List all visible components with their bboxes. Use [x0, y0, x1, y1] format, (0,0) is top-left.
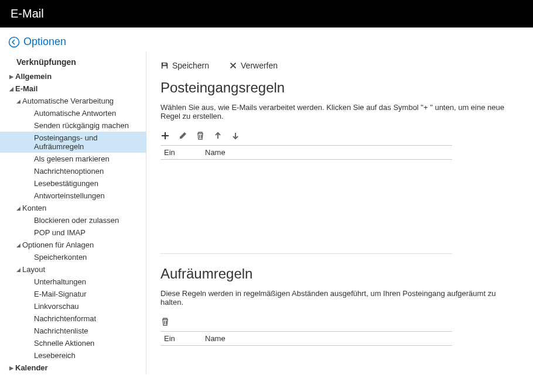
sidebar: Verknüpfungen ▶Allgemein ◢E-Mail ◢Automa…: [0, 51, 146, 374]
sidebar-item-posteingangs-regeln[interactable]: Posteingangs- und Aufräumregeln: [0, 132, 146, 153]
move-up-icon[interactable]: [213, 131, 223, 140]
delete-icon[interactable]: [160, 317, 170, 326]
options-back-link[interactable]: Optionen: [0, 27, 533, 51]
sidebar-item-schnelle-aktionen[interactable]: Schnelle Aktionen: [0, 337, 146, 349]
sidebar-item-als-gelesen[interactable]: Als gelesen markieren: [0, 153, 146, 165]
caret-down-icon: ◢: [16, 205, 22, 211]
sidebar-item-nachrichtenoptionen[interactable]: Nachrichtenoptionen: [0, 165, 146, 177]
app-header: E-Mail: [0, 0, 533, 27]
cleanup-rules-desc: Diese Regeln werden in regelmäßigen Abst…: [160, 289, 519, 307]
sidebar-item-nachrichtenliste[interactable]: Nachrichtenliste: [0, 325, 146, 337]
col-name: Name: [201, 146, 452, 160]
sidebar-item-kalender[interactable]: ▶Kalender: [0, 362, 146, 374]
cleanup-rules-toolbar: [160, 317, 519, 326]
app-title: E-Mail: [11, 7, 44, 20]
main-content: Speichern Verwerfen Posteingangsregeln W…: [146, 51, 533, 374]
sidebar-title: Verknüpfungen: [0, 55, 146, 70]
sidebar-item-konten[interactable]: ◢Konten: [0, 202, 146, 214]
section-divider: [160, 253, 452, 254]
sidebar-item-nachrichtenformat[interactable]: Nachrichtenformat: [0, 312, 146, 325]
options-label: Optionen: [23, 36, 66, 48]
sidebar-item-email[interactable]: ◢E-Mail: [0, 82, 146, 95]
col-ein: Ein: [160, 146, 201, 160]
inbox-rules-desc: Wählen Sie aus, wie E-Mails verarbeitet …: [160, 103, 519, 121]
cleanup-rules-table: Ein Name: [160, 331, 452, 346]
caret-down-icon: ◢: [16, 267, 22, 273]
caret-down-icon: ◢: [16, 98, 22, 104]
close-icon: [229, 61, 237, 70]
sidebar-item-unterhaltungen[interactable]: Unterhaltungen: [0, 276, 146, 288]
sidebar-item-layout[interactable]: ◢Layout: [0, 263, 146, 276]
col-ein: Ein: [160, 332, 201, 346]
sidebar-item-pop-imap[interactable]: POP und IMAP: [0, 226, 146, 239]
inbox-rules-toolbar: [160, 131, 519, 140]
inbox-rules-table: Ein Name: [160, 145, 452, 160]
sidebar-item-allgemein[interactable]: ▶Allgemein: [0, 70, 146, 82]
caret-down-icon: ◢: [9, 86, 15, 92]
save-button[interactable]: Speichern: [160, 61, 209, 70]
add-icon[interactable]: [160, 131, 170, 140]
discard-button[interactable]: Verwerfen: [229, 61, 278, 70]
caret-right-icon: ▶: [9, 74, 15, 80]
sidebar-item-senden-ruckgangig[interactable]: Senden rückgängig machen: [0, 119, 146, 132]
sidebar-item-speicherkonten[interactable]: Speicherkonten: [0, 251, 146, 263]
edit-icon[interactable]: [178, 131, 187, 140]
sidebar-item-antworteinstellungen[interactable]: Antworteinstellungen: [0, 190, 146, 202]
toolbar: Speichern Verwerfen: [160, 59, 519, 80]
sidebar-item-lesebereich[interactable]: Lesebereich: [0, 349, 146, 362]
delete-icon[interactable]: [196, 131, 205, 140]
sidebar-item-auto-verarbeitung[interactable]: ◢Automatische Verarbeitung: [0, 95, 146, 107]
sidebar-item-linkvorschau[interactable]: Linkvorschau: [0, 300, 146, 312]
sidebar-item-lesebestatigungen[interactable]: Lesebestätigungen: [0, 177, 146, 190]
caret-right-icon: ▶: [9, 365, 15, 371]
col-name: Name: [201, 332, 452, 346]
move-down-icon[interactable]: [231, 131, 240, 140]
inbox-rules-heading: Posteingangsregeln: [160, 80, 519, 96]
back-arrow-icon: [8, 36, 20, 48]
caret-down-icon: ◢: [16, 242, 22, 248]
cleanup-rules-heading: Aufräumregeln: [160, 266, 519, 282]
svg-point-0: [9, 37, 19, 47]
sidebar-item-blockieren[interactable]: Blockieren oder zulassen: [0, 214, 146, 226]
sidebar-item-optionen-anlagen[interactable]: ◢Optionen für Anlagen: [0, 239, 146, 251]
sidebar-item-email-signatur[interactable]: E-Mail-Signatur: [0, 288, 146, 300]
save-icon: [160, 61, 169, 70]
sidebar-item-auto-antworten[interactable]: Automatische Antworten: [0, 107, 146, 119]
